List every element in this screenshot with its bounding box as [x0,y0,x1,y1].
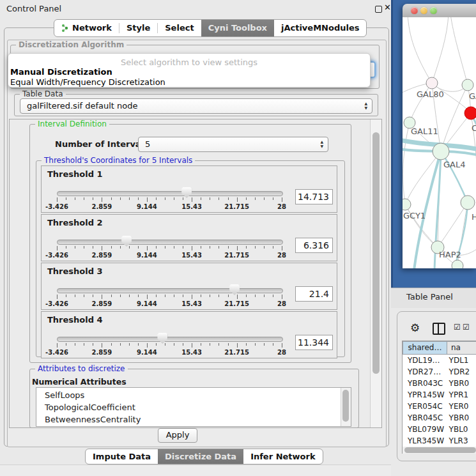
slider-tick [111,197,112,200]
threshold-label: Threshold 4 [47,315,103,325]
slider-tick [57,343,58,348]
vertical-scrollbar[interactable] [370,119,381,427]
threshold-slider-thumb[interactable] [229,284,240,295]
network-canvas[interactable]: GAL80 GA GAL11 C GAL4 GCY1 H HAP2 [403,17,476,268]
table-row[interactable]: YDR27…YDR2 [403,366,476,378]
apply-button[interactable]: Apply [158,428,197,443]
node-h[interactable] [461,196,475,210]
column-header-name[interactable]: na [447,341,476,355]
table-row[interactable]: YBR043CYBR0 [403,378,476,389]
threshold-slider-thumb[interactable] [181,187,192,198]
tab-network[interactable]: Network [54,20,119,36]
slider-tick-label: 28 [277,349,286,356]
threshold-slider-track[interactable] [57,337,283,342]
gear-icon[interactable]: ⚙ [410,321,420,334]
slider-tick [129,343,130,346]
zoom-traffic-light-icon[interactable] [430,7,437,14]
dropdown-option-manual[interactable]: Manual Discretization [10,67,112,77]
table-data-combobox[interactable]: galFiltered.sif default node ▲▼ [20,98,372,114]
node-gal80[interactable] [426,77,438,89]
dropdown-placeholder-item[interactable]: Select algorithm to view settings [8,58,370,67]
threshold-value-field[interactable]: 21.4 [295,286,333,302]
column-header-shared[interactable]: shared… [403,341,447,355]
tab-cyni-toolbox[interactable]: Cyni Toolbox [201,20,274,36]
thresholds-group: Threshold's Coordinates for 5 Intervals … [36,160,345,357]
tab-label: Select [165,20,194,36]
dropdown-option-equal-width[interactable]: Equal Width/Frequency Discretization [10,77,165,87]
slider-tick [237,246,238,250]
slider-tick-label: -3.426 [45,203,68,210]
slider-tick-label: 21.715 [224,300,249,307]
numerical-attributes-list[interactable]: SelfLoopsTopologicalCoefficientBetweenne… [36,387,351,427]
slider-tick-label: 9.144 [137,203,157,210]
close-traffic-light-icon[interactable] [411,7,418,14]
node-label: GAL4 [443,160,465,169]
scrollbar-thumb[interactable] [342,390,349,422]
table-row[interactable]: YPR145WYPR1 [403,389,476,401]
slider-tick-label: 15.43 [181,349,202,356]
threshold-value-field[interactable]: 6.316 [295,238,333,253]
node-label: H [472,212,476,222]
slider-tick-label: 9.144 [137,349,157,356]
table-row[interactable]: YBL079WYBL0 [403,424,476,435]
tab-discretize-data[interactable]: Discretize Data [158,449,243,464]
slider-tick [273,295,273,297]
threshold-slider-thumb[interactable] [157,333,167,344]
scrollbar-thumb[interactable] [372,132,380,374]
table-body: YDL19…YDL1YDR27…YDR2YBR043CYBR0YPR145WYP… [403,355,476,453]
slider-tick [165,343,165,346]
num-intervals-combobox[interactable]: 5 ▲▼ [138,137,328,152]
slider-tick-label: 21.715 [224,203,249,210]
float-window-icon[interactable] [375,6,382,13]
slider-tick [156,246,157,249]
minimize-traffic-light-icon[interactable] [420,7,427,14]
network-window[interactable]: GAL80 GA GAL11 C GAL4 GCY1 H HAP2 [403,4,476,268]
checkbox-icon[interactable]: ☑ [454,323,461,332]
slider-tick [75,343,75,346]
slider-tick [111,343,112,346]
slider-tick [228,197,229,200]
close-icon[interactable]: ✕ [384,3,391,12]
attribute-item[interactable]: TopologicalCoefficient [36,401,341,413]
scrollbar-thumb[interactable] [404,447,476,453]
threshold-slider-track[interactable] [57,191,283,196]
node-gal4[interactable] [433,143,449,160]
tab-impute-data[interactable]: Impute Data [86,449,158,464]
tab-jactivemnodules[interactable]: jActiveMNodules [274,20,367,36]
table-row[interactable]: YBR045CYBR0 [403,412,476,424]
tab-label: Discretize Data [165,449,236,464]
threshold-slider-track[interactable] [57,240,283,245]
network-window-titlebar[interactable] [403,4,476,18]
node-red[interactable] [464,107,476,119]
horizontal-scrollbar[interactable] [403,447,476,454]
slider-tick [174,295,174,297]
node-ga[interactable] [462,79,473,91]
slider-tick [93,246,93,249]
checkbox-icon[interactable]: ☑ [463,323,470,332]
num-intervals-label: Number of Intervals [55,139,149,149]
slider-tick [255,343,256,346]
threshold-value-field[interactable]: 11.344 [295,335,333,350]
slider-tick [120,197,121,200]
threshold-slider-thumb[interactable] [121,236,132,247]
table-cell: YLR3 [445,435,476,447]
table-row[interactable]: YDL19…YDL1 [403,355,476,366]
slider-tick [75,295,75,297]
node-label: GCY1 [403,211,426,220]
table-row[interactable]: YER054CYER0 [403,401,476,412]
node-bottom[interactable] [452,260,463,268]
tab-style[interactable]: Style [119,20,157,36]
slider-tick [165,246,165,249]
attribute-item[interactable]: BetweennessCentrality [36,413,341,426]
threshold-slider-track[interactable] [57,288,283,293]
attributes-list-scrollbar[interactable] [341,388,351,426]
table-row[interactable]: YLR345WYLR3 [403,435,476,447]
columns-icon[interactable] [433,323,445,335]
attribute-item[interactable]: SelfLoops [36,389,341,401]
tab-select[interactable]: Select [158,20,201,36]
threshold-value-field[interactable]: 14.713 [295,189,333,204]
node-gcy1[interactable] [403,199,411,210]
slider-tick [282,246,282,250]
tab-infer-network[interactable]: Infer Network [243,449,322,464]
interval-definition-group-label: Interval Definition [35,119,109,128]
